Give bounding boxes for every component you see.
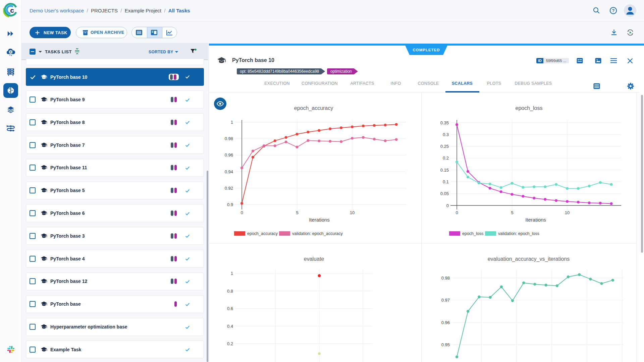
svg-text:0.97: 0.97 bbox=[441, 298, 450, 303]
svg-text:0.6: 0.6 bbox=[227, 306, 233, 311]
svg-text:Iterations: Iterations bbox=[525, 217, 546, 223]
svg-text:evaluation_accuracy_vs_iterati: evaluation_accuracy_vs_iterations bbox=[488, 256, 570, 262]
svg-text:c: c bbox=[10, 6, 14, 14]
svg-text:10: 10 bbox=[350, 210, 355, 215]
svg-text:0.8: 0.8 bbox=[227, 289, 233, 294]
svg-text:epoch_loss: epoch_loss bbox=[516, 105, 543, 111]
svg-text:0: 0 bbox=[455, 210, 458, 215]
svg-text:evaluate: evaluate bbox=[304, 256, 324, 262]
svg-text:5: 5 bbox=[511, 210, 513, 215]
svg-text:0.98: 0.98 bbox=[225, 136, 233, 141]
svg-text:0.15: 0.15 bbox=[440, 168, 449, 173]
svg-text:epoch_accuracy: epoch_accuracy bbox=[294, 105, 333, 111]
svg-text:0.2: 0.2 bbox=[227, 341, 233, 346]
svg-text:?: ? bbox=[612, 8, 615, 13]
svg-text:0.94: 0.94 bbox=[225, 169, 233, 174]
svg-text:0.96: 0.96 bbox=[441, 320, 450, 325]
svg-text:1: 1 bbox=[231, 120, 233, 125]
svg-text:0.25: 0.25 bbox=[440, 144, 449, 149]
svg-text:0.92: 0.92 bbox=[225, 186, 233, 191]
svg-text:0.2: 0.2 bbox=[443, 156, 449, 161]
svg-text:0.9: 0.9 bbox=[227, 202, 233, 207]
svg-text:epoch_loss: epoch_loss bbox=[462, 231, 483, 236]
svg-text:0: 0 bbox=[240, 210, 243, 215]
svg-text:0.95: 0.95 bbox=[441, 342, 450, 347]
svg-text:0.05: 0.05 bbox=[440, 191, 449, 196]
svg-text:10: 10 bbox=[565, 210, 570, 215]
svg-text:5: 5 bbox=[296, 210, 298, 215]
svg-text:Iterations: Iterations bbox=[309, 217, 330, 223]
svg-text:epoch_accuracy: epoch_accuracy bbox=[247, 231, 278, 236]
svg-text:validation: epoch_loss: validation: epoch_loss bbox=[498, 231, 539, 236]
svg-text:0.96: 0.96 bbox=[225, 153, 233, 158]
svg-text:0.35: 0.35 bbox=[440, 120, 449, 125]
svg-text:0.1: 0.1 bbox=[443, 179, 449, 184]
svg-text:1: 1 bbox=[231, 271, 233, 276]
svg-text:validation: epoch_accuracy: validation: epoch_accuracy bbox=[292, 231, 343, 236]
svg-text:0.3: 0.3 bbox=[443, 132, 449, 137]
svg-text:0: 0 bbox=[446, 203, 449, 208]
svg-text:0.4: 0.4 bbox=[227, 324, 233, 329]
svg-text:0.98: 0.98 bbox=[441, 276, 450, 281]
